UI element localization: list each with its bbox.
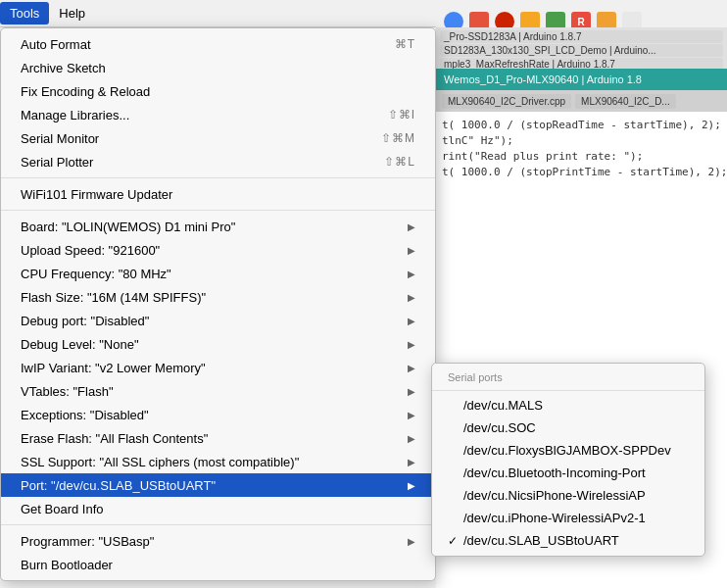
menu-item-label: Manage Libraries... <box>21 108 129 122</box>
arrow-icon: ▶ <box>408 410 415 420</box>
arrow-icon: ▶ <box>408 536 415 547</box>
menu-item-label: Debug Level: "None" <box>21 337 139 352</box>
menu-item-label: Auto Format <box>21 37 91 52</box>
menu-item-shortcut: ⇧⌘M <box>381 131 415 145</box>
menu-item-manage-libraries[interactable]: Manage Libraries... ⇧⌘I <box>1 103 435 126</box>
code-tab-bar: MLX90640_I2C_Driver.cpp MLX90640_I2C_D..… <box>436 90 727 112</box>
code-line-2: tlnC" Hz"); <box>442 133 721 149</box>
port-label: /dev/cu.Bluetooth-Incoming-Port <box>463 466 646 480</box>
arrow-icon: ▶ <box>408 269 415 279</box>
arrow-icon: ▶ <box>408 363 415 373</box>
menu-item-port[interactable]: Port: "/dev/cu.SLAB_USBtoUART" ▶ <box>1 473 435 497</box>
tools-dropdown-menu: Auto Format ⌘T Archive Sketch Fix Encodi… <box>0 27 436 581</box>
menu-item-fix-encoding[interactable]: Fix Encoding & Reload <box>1 79 435 103</box>
submenu-item-slab[interactable]: ✓ /dev/cu.SLAB_USBtoUART <box>432 529 704 552</box>
menu-item-label: Erase Flash: "All Flash Contents" <box>21 431 208 446</box>
code-line-1: t( 1000.0 / (stopReadTime - startTime), … <box>442 118 721 133</box>
arduino-tabs-area: _Pro-SSD1283A | Arduino 1.8.7 SD1283A_13… <box>436 27 727 72</box>
menu-help[interactable]: Help <box>49 2 95 24</box>
port-label: /dev/cu.NicsiPhone-WirelessiAP <box>463 488 646 503</box>
arrow-icon: ▶ <box>408 245 415 256</box>
menu-item-label: Port: "/dev/cu.SLAB_USBtoUART" <box>21 478 216 493</box>
port-label: /dev/cu.SOC <box>463 420 536 435</box>
menu-item-debug-level[interactable]: Debug Level: "None" ▶ <box>1 332 435 356</box>
check-icon <box>448 466 463 480</box>
menu-item-label: Debug port: "Disabled" <box>21 314 149 328</box>
menu-bar: Tools Help <box>0 0 436 27</box>
menu-item-label: Serial Monitor <box>21 131 99 146</box>
menu-item-ssl-support[interactable]: SSL Support: "All SSL ciphers (most comp… <box>1 450 435 473</box>
arrow-icon: ▶ <box>408 292 415 303</box>
menu-item-archive-sketch[interactable]: Archive Sketch <box>1 56 435 79</box>
submenu-divider <box>432 390 704 391</box>
divider-3 <box>1 524 435 525</box>
menu-item-flash-size[interactable]: Flash Size: "16M (14M SPIFFS)" ▶ <box>1 285 435 309</box>
menu-item-shortcut: ⌘T <box>395 37 415 51</box>
submenu-item-soc[interactable]: /dev/cu.SOC <box>432 416 704 439</box>
arduino-tab-2[interactable]: SD1283A_130x130_SPI_LCD_Demo | Arduino..… <box>440 44 723 57</box>
port-label: /dev/cu.SLAB_USBtoUART <box>463 533 619 548</box>
port-label: /dev/cu.MALS <box>463 398 543 413</box>
arrow-icon: ▶ <box>408 339 415 350</box>
check-icon <box>448 512 463 525</box>
check-icon <box>448 444 463 458</box>
menu-item-label: CPU Frequency: "80 MHz" <box>21 267 171 281</box>
divider-2 <box>1 210 435 211</box>
menu-item-upload-speed[interactable]: Upload Speed: "921600" ▶ <box>1 238 435 262</box>
menu-item-vtables[interactable]: VTables: "Flash" ▶ <box>1 379 435 403</box>
menu-item-serial-monitor[interactable]: Serial Monitor ⇧⌘M <box>1 126 435 150</box>
code-line-3: rint("Read plus print rate: "); <box>442 149 721 165</box>
menu-item-debug-port[interactable]: Debug port: "Disabled" ▶ <box>1 309 435 332</box>
menu-item-label: Exceptions: "Disabled" <box>21 408 149 422</box>
arrow-icon: ▶ <box>408 433 415 444</box>
port-label: /dev/cu.FloxysBlGJAMBOX-SPPDev <box>463 443 671 458</box>
menu-item-label: VTables: "Flash" <box>21 384 114 399</box>
submenu-item-iphone-v2[interactable]: /dev/cu.iPhone-WirelessiAPv2-1 <box>432 507 704 529</box>
menu-item-iwip-variant[interactable]: IwIP Variant: "v2 Lower Memory" ▶ <box>1 356 435 379</box>
menu-item-label: Upload Speed: "921600" <box>21 243 160 258</box>
menu-item-wifi101[interactable]: WiFi101 Firmware Updater <box>1 182 435 206</box>
menu-item-board[interactable]: Board: "LOLIN(WEMOS) D1 mini Pro" ▶ <box>1 215 435 238</box>
menu-item-programmer[interactable]: Programmer: "USBasp" ▶ <box>1 529 435 553</box>
menu-tools[interactable]: Tools <box>0 2 49 24</box>
menu-item-label: Flash Size: "16M (14M SPIFFS)" <box>21 290 206 305</box>
code-tab-2[interactable]: MLX90640_I2C_D... <box>575 94 676 109</box>
menu-item-cpu-freq[interactable]: CPU Frequency: "80 MHz" ▶ <box>1 262 435 285</box>
submenu-item-floxys[interactable]: /dev/cu.FloxysBlGJAMBOX-SPPDev <box>432 439 704 462</box>
check-icon: ✓ <box>448 534 463 548</box>
check-icon <box>448 421 463 435</box>
submenu-item-mals[interactable]: /dev/cu.MALS <box>432 394 704 416</box>
menu-item-label: Archive Sketch <box>21 61 106 75</box>
menu-item-exceptions[interactable]: Exceptions: "Disabled" ▶ <box>1 403 435 426</box>
check-icon <box>448 489 463 503</box>
port-label: /dev/cu.iPhone-WirelessiAPv2-1 <box>463 511 646 525</box>
arrow-icon: ▶ <box>408 316 415 326</box>
menu-item-label: Programmer: "USBasp" <box>21 534 154 549</box>
divider-1 <box>1 177 435 178</box>
menu-item-label: Fix Encoding & Reload <box>21 84 150 99</box>
menu-item-label: WiFi101 Firmware Updater <box>21 187 172 202</box>
arrow-icon: ▶ <box>408 480 415 491</box>
arrow-icon: ▶ <box>408 386 415 397</box>
code-line-4: t( 1000.0 / (stopPrintTime - startTime),… <box>442 165 721 180</box>
menu-item-serial-plotter[interactable]: Serial Plotter ⇧⌘L <box>1 150 435 173</box>
arduino-tab-1[interactable]: _Pro-SSD1283A | Arduino 1.8.7 <box>440 30 723 43</box>
menu-item-label: Serial Plotter <box>21 155 93 170</box>
check-icon <box>448 399 463 413</box>
menu-item-auto-format[interactable]: Auto Format ⌘T <box>1 32 435 56</box>
menu-item-shortcut: ⇧⌘L <box>384 155 415 169</box>
menu-item-burn-bootloader[interactable]: Burn Bootloader <box>1 553 435 576</box>
submenu-item-bluetooth[interactable]: /dev/cu.Bluetooth-Incoming-Port <box>432 462 704 484</box>
code-tab-1[interactable]: MLX90640_I2C_Driver.cpp <box>442 94 571 109</box>
menu-item-erase-flash[interactable]: Erase Flash: "All Flash Contents" ▶ <box>1 426 435 450</box>
menu-item-label: SSL Support: "All SSL ciphers (most comp… <box>21 455 299 469</box>
menu-item-label: Get Board Info <box>21 502 104 516</box>
menu-item-label: Burn Bootloader <box>21 558 113 572</box>
active-arduino-tab[interactable]: Wemos_D1_Pro-MLX90640 | Arduino 1.8 <box>436 69 727 90</box>
submenu-item-nicsiphone[interactable]: /dev/cu.NicsiPhone-WirelessiAP <box>432 484 704 507</box>
active-tab-label: Wemos_D1_Pro-MLX90640 | Arduino 1.8 <box>444 74 642 85</box>
submenu-title: Serial ports <box>432 368 704 387</box>
menu-item-shortcut: ⇧⌘I <box>388 108 415 122</box>
menu-item-get-board-info[interactable]: Get Board Info <box>1 497 435 520</box>
menu-item-label: Board: "LOLIN(WEMOS) D1 mini Pro" <box>21 220 235 234</box>
